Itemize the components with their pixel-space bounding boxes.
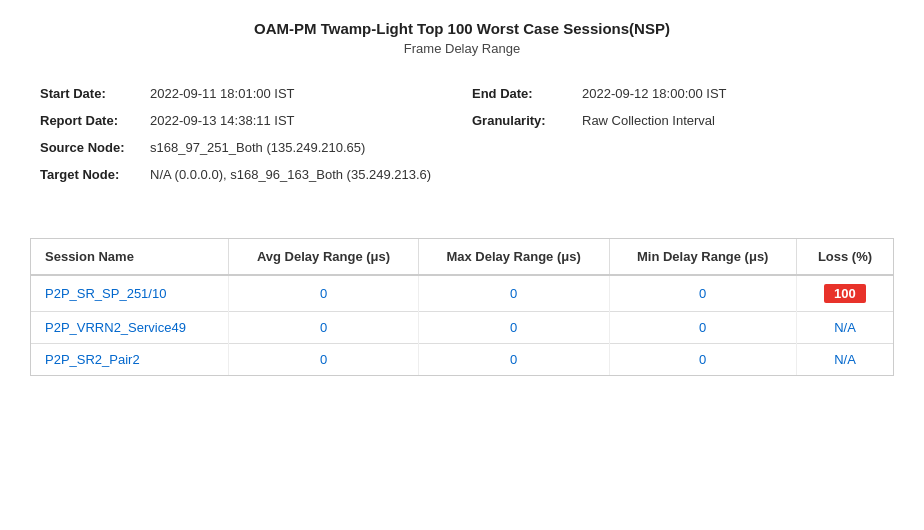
session-name-cell: P2P_SR2_Pair2 xyxy=(31,344,229,376)
loss-value-na[interactable]: N/A xyxy=(834,320,856,335)
avg-delay-cell: 0 xyxy=(229,344,418,376)
col-avg-delay: Avg Delay Range (μs) xyxy=(229,239,418,275)
report-date-value: 2022-09-13 14:38:11 IST xyxy=(150,113,295,128)
max-delay-cell: 0 xyxy=(418,275,609,312)
loss-value-na[interactable]: N/A xyxy=(834,352,856,367)
min-delay-cell: 0 xyxy=(609,275,796,312)
avg-delay-link[interactable]: 0 xyxy=(320,352,327,367)
report-date-row: Report Date: 2022-09-13 14:38:11 IST xyxy=(30,107,462,134)
target-node-label: Target Node: xyxy=(40,167,150,182)
col-min-delay: Min Delay Range (μs) xyxy=(609,239,796,275)
source-node-label: Source Node: xyxy=(40,140,150,155)
loss-value-red: 100 xyxy=(824,284,866,303)
min-delay-link[interactable]: 0 xyxy=(699,286,706,301)
target-node-value: N/A (0.0.0.0), s168_96_163_Both (35.249.… xyxy=(150,167,431,182)
source-node-value: s168_97_251_Both (135.249.210.65) xyxy=(150,140,365,155)
data-table-section: Session Name Avg Delay Range (μs) Max De… xyxy=(30,238,894,376)
table-row: P2P_SR_SP_251/10000100 xyxy=(31,275,893,312)
min-delay-link[interactable]: 0 xyxy=(699,352,706,367)
session-name-link[interactable]: P2P_SR_SP_251/10 xyxy=(45,286,166,301)
session-name-link[interactable]: P2P_VRRN2_Service49 xyxy=(45,320,186,335)
sessions-table: Session Name Avg Delay Range (μs) Max De… xyxy=(31,239,893,375)
avg-delay-link[interactable]: 0 xyxy=(320,286,327,301)
min-delay-cell: 0 xyxy=(609,312,796,344)
source-node-row: Source Node: s168_97_251_Both (135.249.2… xyxy=(30,134,462,161)
empty-row-2 xyxy=(462,161,894,188)
table-row: P2P_SR2_Pair2000N/A xyxy=(31,344,893,376)
max-delay-link[interactable]: 0 xyxy=(510,352,517,367)
max-delay-link[interactable]: 0 xyxy=(510,320,517,335)
start-date-row: Start Date: 2022-09-11 18:01:00 IST xyxy=(30,80,462,107)
col-session-name: Session Name xyxy=(31,239,229,275)
min-delay-cell: 0 xyxy=(609,344,796,376)
start-date-value: 2022-09-11 18:01:00 IST xyxy=(150,86,295,101)
report-date-label: Report Date: xyxy=(40,113,150,128)
end-date-label: End Date: xyxy=(472,86,582,101)
page-subtitle: Frame Delay Range xyxy=(30,41,894,56)
table-header-row: Session Name Avg Delay Range (μs) Max De… xyxy=(31,239,893,275)
loss-cell: 100 xyxy=(796,275,893,312)
max-delay-link[interactable]: 0 xyxy=(510,286,517,301)
granularity-row: Granularity: Raw Collection Interval xyxy=(462,107,894,134)
empty-row-1 xyxy=(462,134,894,161)
page-title: OAM-PM Twamp-Light Top 100 Worst Case Se… xyxy=(30,20,894,37)
end-date-value: 2022-09-12 18:00:00 IST xyxy=(582,86,727,101)
granularity-value: Raw Collection Interval xyxy=(582,113,715,128)
session-name-cell: P2P_VRRN2_Service49 xyxy=(31,312,229,344)
start-date-label: Start Date: xyxy=(40,86,150,101)
min-delay-link[interactable]: 0 xyxy=(699,320,706,335)
session-name-cell: P2P_SR_SP_251/10 xyxy=(31,275,229,312)
granularity-label: Granularity: xyxy=(472,113,582,128)
loss-cell: N/A xyxy=(796,344,893,376)
max-delay-cell: 0 xyxy=(418,344,609,376)
page-container: OAM-PM Twamp-Light Top 100 Worst Case Se… xyxy=(0,0,924,396)
table-row: P2P_VRRN2_Service49000N/A xyxy=(31,312,893,344)
session-name-link[interactable]: P2P_SR2_Pair2 xyxy=(45,352,140,367)
avg-delay-link[interactable]: 0 xyxy=(320,320,327,335)
info-grid: Start Date: 2022-09-11 18:01:00 IST End … xyxy=(30,80,894,188)
avg-delay-cell: 0 xyxy=(229,312,418,344)
end-date-row: End Date: 2022-09-12 18:00:00 IST xyxy=(462,80,894,107)
loss-cell: N/A xyxy=(796,312,893,344)
target-node-row: Target Node: N/A (0.0.0.0), s168_96_163_… xyxy=(30,161,462,188)
max-delay-cell: 0 xyxy=(418,312,609,344)
col-max-delay: Max Delay Range (μs) xyxy=(418,239,609,275)
avg-delay-cell: 0 xyxy=(229,275,418,312)
col-loss: Loss (%) xyxy=(796,239,893,275)
